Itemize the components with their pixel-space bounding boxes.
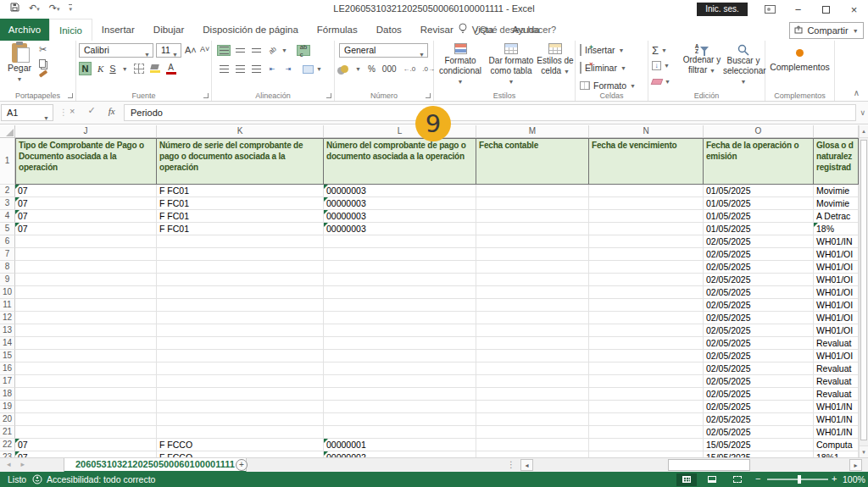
- share-button[interactable]: Compartir ▼: [789, 22, 864, 39]
- cell-P5[interactable]: 18%: [814, 223, 859, 235]
- cell-P8[interactable]: WH01/OI: [814, 261, 859, 274]
- tell-me-box[interactable]: ¿Qué desea hacer?: [458, 19, 556, 41]
- cell-N20[interactable]: [589, 413, 704, 426]
- decrease-decimal-button[interactable]: .0→: [422, 65, 435, 73]
- cell-K17[interactable]: [157, 375, 324, 388]
- cell-J8[interactable]: [15, 261, 157, 274]
- number-format-select[interactable]: General▼: [339, 43, 428, 58]
- cell-L4[interactable]: 00000003: [324, 210, 476, 223]
- cell-P3[interactable]: Movimie: [814, 197, 859, 210]
- find-select-button[interactable]: Buscar y seleccionar ▼: [723, 44, 764, 87]
- row-number-14[interactable]: 14: [0, 337, 15, 350]
- cell-M8[interactable]: [476, 261, 589, 274]
- orientation-button[interactable]: ab: [265, 45, 279, 56]
- cell-K3[interactable]: F FC01: [157, 197, 324, 210]
- cell-L10[interactable]: [324, 286, 476, 299]
- cell-M19[interactable]: [476, 401, 589, 413]
- cell-J6[interactable]: [15, 235, 157, 248]
- cell-J9[interactable]: [15, 274, 157, 286]
- tab-datos[interactable]: Datos: [367, 19, 411, 41]
- cell-N19[interactable]: [589, 401, 704, 413]
- cell-P14[interactable]: Revaluat: [814, 337, 859, 350]
- row-number-11[interactable]: 11: [0, 299, 15, 312]
- bold-button[interactable]: N: [79, 62, 92, 75]
- cell-J5[interactable]: 07: [15, 223, 157, 235]
- column-header-L[interactable]: L: [324, 125, 476, 138]
- column-header-K[interactable]: K: [157, 125, 324, 138]
- cell-O4[interactable]: 01/05/2025: [704, 210, 814, 223]
- cell-M14[interactable]: [476, 337, 589, 350]
- cell-O6[interactable]: 02/05/2025: [704, 235, 814, 248]
- cell-M22[interactable]: [476, 439, 589, 451]
- select-all-corner[interactable]: [0, 125, 15, 138]
- cell-O14[interactable]: 02/05/2025: [704, 337, 814, 350]
- dialog-launcher-icon[interactable]: [68, 93, 73, 98]
- cell-K20[interactable]: [157, 413, 324, 426]
- cell-O22[interactable]: 15/05/2025: [704, 439, 814, 451]
- cell-K8[interactable]: [157, 261, 324, 274]
- cell-J11[interactable]: [15, 299, 157, 312]
- wrap-text-button[interactable]: abc: [297, 45, 310, 56]
- zoom-slider-thumb[interactable]: [798, 475, 801, 484]
- column-header-clipped[interactable]: [814, 125, 859, 138]
- cell-P15[interactable]: WH01/OI: [814, 350, 859, 362]
- header-cell-L[interactable]: Número del comprobante de pago o documen…: [324, 138, 476, 185]
- cell-P22[interactable]: Computa: [814, 439, 859, 451]
- cell-M12[interactable]: [476, 312, 589, 324]
- cell-J21[interactable]: [15, 426, 157, 439]
- cell-K4[interactable]: F FC01: [157, 210, 324, 223]
- cell-P21[interactable]: WH01/IN: [814, 426, 859, 439]
- grow-font-button[interactable]: A˄: [185, 45, 197, 55]
- cell-J10[interactable]: [15, 286, 157, 299]
- autosum-button[interactable]: Σ▼: [652, 44, 667, 57]
- cell-M15[interactable]: [476, 350, 589, 362]
- cell-J23[interactable]: 07: [15, 451, 157, 457]
- cell-J14[interactable]: [15, 337, 157, 350]
- decrease-indent-button[interactable]: ⇤: [265, 64, 279, 75]
- cell-L22[interactable]: 00000001: [324, 439, 476, 451]
- cell-N9[interactable]: [589, 274, 704, 286]
- cell-O16[interactable]: 02/05/2025: [704, 362, 814, 375]
- zoom-level[interactable]: 100%: [843, 474, 865, 484]
- zoom-out-button[interactable]: −: [755, 473, 760, 484]
- cell-K21[interactable]: [157, 426, 324, 439]
- close-button[interactable]: ×: [840, 0, 868, 19]
- format-cells-button[interactable]: Formato▼: [580, 80, 636, 91]
- cut-button[interactable]: ✂: [39, 44, 47, 55]
- cell-J12[interactable]: [15, 312, 157, 324]
- row-number-23[interactable]: 23: [0, 451, 15, 457]
- cell-N7[interactable]: [589, 248, 704, 261]
- row-number-4[interactable]: 4: [0, 210, 15, 223]
- cell-P9[interactable]: WH01/OI: [814, 274, 859, 286]
- cell-M2[interactable]: [476, 185, 589, 197]
- cell-L16[interactable]: [324, 362, 476, 375]
- cell-K13[interactable]: [157, 324, 324, 337]
- cell-L17[interactable]: [324, 375, 476, 388]
- row-number-7[interactable]: 7: [0, 248, 15, 261]
- cell-J17[interactable]: [15, 375, 157, 388]
- dialog-launcher-icon[interactable]: [203, 93, 209, 98]
- cell-K10[interactable]: [157, 286, 324, 299]
- cell-M10[interactable]: [476, 286, 589, 299]
- cell-N15[interactable]: [589, 350, 704, 362]
- row-number-8[interactable]: 8: [0, 261, 15, 274]
- cell-M21[interactable]: [476, 426, 589, 439]
- borders-icon[interactable]: [134, 64, 144, 74]
- italic-button[interactable]: K: [97, 64, 103, 74]
- cell-O15[interactable]: 02/05/2025: [704, 350, 814, 362]
- cell-O10[interactable]: 02/05/2025: [704, 286, 814, 299]
- cell-N18[interactable]: [589, 388, 704, 401]
- cell-M23[interactable]: [476, 451, 589, 457]
- cell-L20[interactable]: [324, 413, 476, 426]
- cell-O23[interactable]: 15/05/2025: [704, 451, 814, 457]
- row-number-18[interactable]: 18: [0, 388, 15, 401]
- cell-N14[interactable]: [589, 337, 704, 350]
- cell-L14[interactable]: [324, 337, 476, 350]
- percent-style-button[interactable]: %: [368, 64, 376, 74]
- tab-archivo[interactable]: Archivo: [0, 19, 49, 41]
- cell-N16[interactable]: [589, 362, 704, 375]
- cell-P6[interactable]: WH01/IN: [814, 235, 859, 248]
- header-cell-J[interactable]: Tipo de Comprobante de Pago o Documento …: [15, 138, 157, 185]
- cell-M16[interactable]: [476, 362, 589, 375]
- cell-N11[interactable]: [589, 299, 704, 312]
